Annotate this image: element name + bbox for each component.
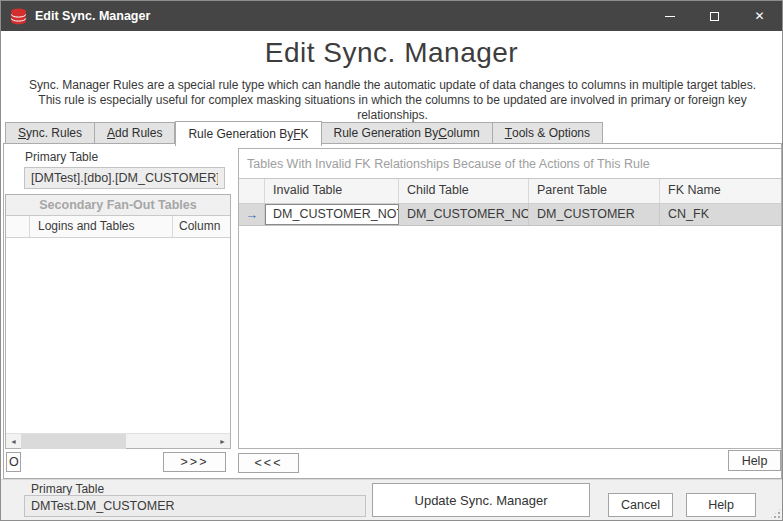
help-button[interactable]: Help: [686, 493, 756, 517]
close-icon: ✕: [754, 9, 764, 23]
o-button[interactable]: O: [6, 452, 21, 472]
marker-column-header: [239, 179, 265, 203]
minimize-button[interactable]: [647, 1, 692, 31]
scrollbar-thumb[interactable]: [21, 434, 126, 449]
minimize-icon: [665, 16, 675, 17]
maximize-icon: [710, 12, 719, 21]
tab-tools-options[interactable]: Tools & Options: [493, 122, 603, 144]
fanout-column-columns[interactable]: Column: [173, 216, 230, 237]
invalid-fk-panel: Tables With Invalid FK Relationships Bec…: [238, 148, 782, 449]
page-description: Sync. Manager Rules are a special rule t…: [22, 78, 763, 123]
cell-fk-name[interactable]: CN_FK: [660, 204, 781, 225]
column-header-fk-name[interactable]: FK Name: [660, 179, 781, 203]
window-title: Edit Sync. Manager: [35, 9, 647, 23]
move-left-button[interactable]: <<<: [238, 453, 299, 473]
cell-invalid-table[interactable]: DM_CUSTOMER_NOTES: [265, 204, 399, 225]
column-header-invalid-table[interactable]: Invalid Table: [265, 179, 399, 203]
footer-primary-table-input[interactable]: [24, 495, 366, 517]
database-icon: [10, 8, 27, 25]
tab-rule-generation-by-column[interactable]: Rule Generation By Column: [322, 122, 493, 144]
rule-generation-by-fk-page: Primary Table Secondary Fan-Out Tables L…: [3, 143, 782, 479]
tab-strip: Sync. Rules Add Rules Rule Generation By…: [5, 121, 603, 144]
footer-bar: Primary Table Update Sync. Manager Cance…: [1, 479, 783, 521]
tab-sync-rules[interactable]: Sync. Rules: [5, 122, 95, 144]
cancel-button[interactable]: Cancel: [608, 493, 673, 517]
fanout-grid-body: [6, 238, 230, 433]
close-button[interactable]: ✕: [737, 1, 782, 31]
secondary-fanout-grid: Secondary Fan-Out Tables Logins and Tabl…: [5, 194, 231, 449]
title-bar: Edit Sync. Manager ✕: [1, 1, 782, 31]
cell-parent-table[interactable]: DM_CUSTOMER: [529, 204, 660, 225]
edit-sync-manager-dialog: Edit Sync. Manager ✕ Edit Sync. Manager …: [0, 0, 783, 521]
cell-child-table[interactable]: DM_CUSTOMER_NOTES: [399, 204, 529, 225]
primary-table-input[interactable]: [24, 167, 225, 189]
update-sync-manager-button[interactable]: Update Sync. Manager: [372, 483, 590, 517]
page-title: Edit Sync. Manager: [1, 37, 782, 69]
fanout-grid-title: Secondary Fan-Out Tables: [6, 195, 230, 216]
move-right-button[interactable]: >>>: [163, 452, 226, 472]
fanout-column-logins-tables[interactable]: Logins and Tables: [30, 216, 173, 237]
scroll-right-arrow-icon[interactable]: ►: [215, 434, 230, 449]
tab-rule-generation-by-fk[interactable]: Rule Generation By FK: [175, 121, 321, 146]
fanout-grid-header: Logins and Tables Column: [6, 216, 230, 238]
tab-add-rules[interactable]: Add Rules: [95, 122, 175, 144]
footer-primary-table-label: Primary Table: [31, 482, 104, 496]
maximize-button[interactable]: [692, 1, 737, 31]
fanout-marker-column: [6, 216, 30, 237]
primary-table-label: Primary Table: [25, 150, 98, 164]
invalid-fk-panel-title: Tables With Invalid FK Relationships Bec…: [239, 149, 781, 179]
invalid-fk-table-header: Invalid Table Child Table Parent Table F…: [239, 179, 781, 204]
table-row[interactable]: → DM_CUSTOMER_NOTES DM_CUSTOMER_NOTES DM…: [239, 204, 781, 226]
column-header-child-table[interactable]: Child Table: [399, 179, 529, 203]
scrollbar-track[interactable]: [21, 434, 215, 449]
page-help-button[interactable]: Help: [728, 450, 781, 471]
scroll-left-arrow-icon[interactable]: ◄: [6, 434, 21, 449]
fanout-horizontal-scrollbar[interactable]: ◄ ►: [6, 433, 230, 448]
current-row-arrow-icon: →: [245, 207, 258, 222]
resize-grip[interactable]: [769, 507, 782, 520]
column-header-parent-table[interactable]: Parent Table: [529, 179, 660, 203]
